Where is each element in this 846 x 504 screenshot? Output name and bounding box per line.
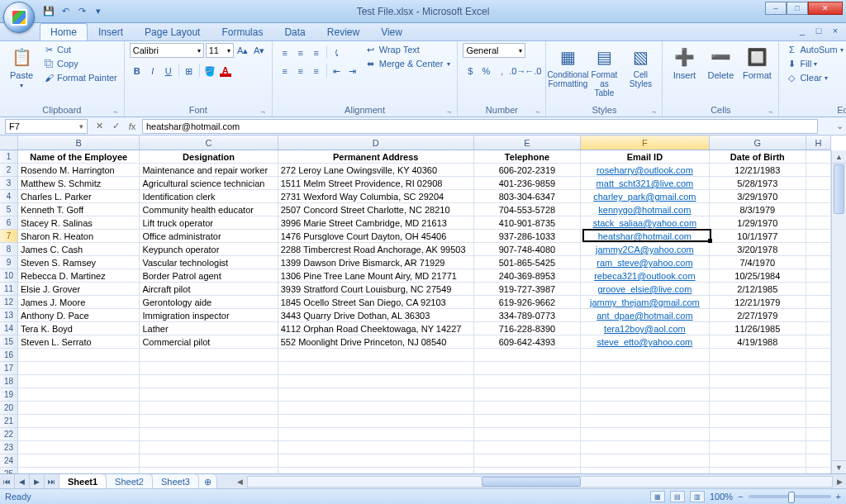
sheet-tab-sheet2[interactable]: Sheet2 [107,474,153,488]
shrink-font-button[interactable]: A▾ [252,43,267,58]
cell[interactable] [581,402,709,414]
view-page-break-button[interactable]: ▥ [690,491,705,502]
font-name-select[interactable]: Calibri▾ [130,43,204,58]
row-header-8[interactable]: 8 [0,243,18,256]
row-header-21[interactable]: 21 [0,415,18,428]
cell[interactable]: Border Patrol agent [140,269,278,282]
vscroll-thumb[interactable] [834,164,844,214]
column-header-F[interactable]: F [581,136,709,150]
cell[interactable] [278,428,474,440]
cell[interactable] [278,402,474,414]
office-button[interactable] [3,2,35,33]
cell[interactable]: 3443 Quarry Drive Dothan, AL 36303 [278,309,474,321]
cell[interactable]: Immigration inspector [140,309,278,321]
font-color-button[interactable]: A [218,64,233,78]
cell[interactable] [581,349,709,361]
cell[interactable] [140,468,278,474]
row-header-22[interactable]: 22 [0,428,18,441]
cell[interactable] [806,454,831,467]
column-headers[interactable]: BCDEFGH [18,136,831,150]
cell[interactable] [806,269,831,282]
format-painter-button[interactable]: 🖌Format Painter [41,71,119,84]
cell[interactable] [140,349,278,361]
cell[interactable]: ram_steve@yahoo.com [581,256,709,269]
cell[interactable] [581,388,709,401]
redo-button[interactable]: ↷ [74,4,89,19]
cell[interactable]: 5/28/1973 [710,177,807,189]
grow-font-button[interactable]: A▴ [235,43,250,58]
scroll-down-icon[interactable]: ▼ [832,460,846,473]
cell[interactable]: 937-286-1033 [474,230,581,242]
cell[interactable] [806,349,831,361]
cell[interactable]: Vascular technologist [140,256,278,269]
fx-icon[interactable]: fx [126,120,139,133]
cell[interactable]: 12/21/1983 [710,164,807,176]
undo-button[interactable]: ↶ [58,4,73,19]
cell[interactable] [474,349,581,361]
scroll-right-icon[interactable]: ▶ [833,478,846,486]
cell[interactable]: 1845 Ocello Street San Diego, CA 92103 [278,296,474,308]
row-header-1[interactable]: 1 [0,150,18,164]
cell[interactable]: stack_saliaa@yahoo.com [581,216,709,229]
align-middle-button[interactable]: ≡ [293,45,308,60]
row-header-6[interactable]: 6 [0,216,18,230]
cell[interactable] [710,402,807,414]
row-header-18[interactable]: 18 [0,375,18,388]
cell[interactable]: roseharry@outlook.com [581,164,709,176]
cell[interactable]: heatshar@hotmail.com [581,230,709,242]
cell[interactable] [806,415,831,427]
cell[interactable]: 11/26/1985 [710,322,807,335]
cell[interactable] [806,216,831,229]
cell[interactable] [710,454,807,467]
autosum-button[interactable]: ΣAutoSum▾ [784,43,844,56]
row-header-12[interactable]: 12 [0,296,18,309]
align-top-button[interactable]: ≡ [278,45,292,60]
cell[interactable]: Rosendo M. Harrington [18,164,140,176]
header-cell[interactable]: Date of Birth [710,150,807,163]
cell[interactable] [18,349,140,361]
cell[interactable] [18,454,140,467]
header-cell[interactable]: Permanent Address [278,150,474,163]
cell[interactable]: rebeca321@outlook.com [581,269,709,282]
cell[interactable] [140,415,278,427]
qat-more-button[interactable]: ▾ [91,4,106,19]
cell[interactable]: 2/12/1985 [710,283,807,295]
save-button[interactable]: 💾 [41,4,56,19]
sheet-nav-last[interactable]: ⏭ [45,474,59,488]
view-page-layout-button[interactable]: ▤ [670,491,685,502]
vertical-scrollbar[interactable]: ▲ ▼ [831,150,846,473]
tab-review[interactable]: Review [316,23,370,40]
cell[interactable] [18,428,140,440]
fill-color-button[interactable]: 🪣 [202,64,217,78]
cell[interactable] [474,402,581,414]
cell[interactable]: 501-865-5425 [474,256,581,269]
cell[interactable] [18,402,140,414]
row-header-25[interactable]: 25 [0,468,18,474]
sheet-tab-sheet3[interactable]: Sheet3 [153,474,199,488]
maximize-button[interactable]: □ [787,2,808,15]
cell[interactable] [806,177,831,189]
fill-button[interactable]: ⬇Fill▾ [784,57,844,70]
cut-button[interactable]: ✂Cut [41,43,119,56]
paste-button[interactable]: 📋 Paste ▾ [5,43,38,92]
cell[interactable]: 1306 Pine Tree Lane Mount Airy, MD 21771 [278,269,474,282]
cell[interactable]: 552 Moonlight Drive Princeton, NJ 08540 [278,335,474,348]
wrap-text-button[interactable]: ↩Wrap Text [364,43,453,56]
format-as-table-button[interactable]: ▤Format as Table [587,43,620,100]
cell[interactable]: Commercial pilot [140,335,278,348]
cell[interactable] [278,388,474,401]
cell[interactable]: 704-553-5728 [474,203,581,216]
cell[interactable] [710,375,807,388]
cell[interactable] [140,428,278,440]
cell[interactable]: Identification clerk [140,190,278,202]
row-header-9[interactable]: 9 [0,256,18,269]
ribbon-restore-icon[interactable]: □ [813,25,825,36]
column-header-G[interactable]: G [710,136,807,150]
cell[interactable] [140,388,278,401]
cell[interactable]: jammy2CA@yahoo.com [581,243,709,255]
sheet-tab-sheet1[interactable]: Sheet1 [59,474,107,488]
cell[interactable] [806,322,831,335]
close-button[interactable]: ✕ [808,2,843,15]
cell[interactable] [474,415,581,427]
spreadsheet-grid[interactable]: BCDEFGH 12345678910111213141516171819202… [0,136,846,474]
